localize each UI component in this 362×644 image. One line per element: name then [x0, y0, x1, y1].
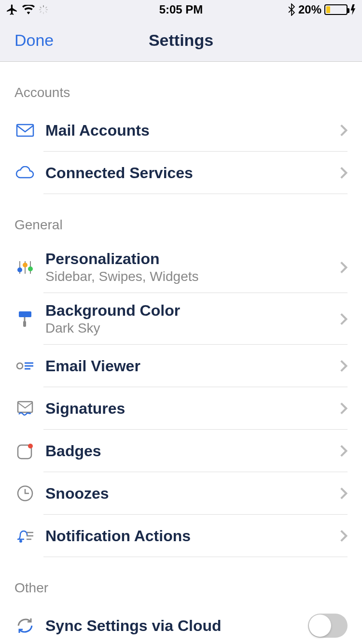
- row-personalization[interactable]: Personalization Sidebar, Swipes, Widgets: [0, 241, 362, 293]
- loading-icon: [39, 5, 48, 14]
- row-label: Sync Settings via Cloud: [45, 617, 308, 635]
- svg-rect-6: [40, 11, 42, 13]
- done-button[interactable]: Done: [0, 31, 54, 50]
- row-label: Email Viewer: [45, 357, 340, 375]
- sync-toggle[interactable]: [308, 614, 348, 638]
- row-label: Personalization: [45, 250, 340, 268]
- svg-rect-8: [17, 125, 33, 136]
- svg-point-25: [19, 540, 22, 543]
- section-header-general: General: [0, 194, 362, 241]
- svg-rect-3: [46, 9, 48, 10]
- page-title: Settings: [149, 31, 213, 50]
- chevron-right-icon: [340, 359, 348, 373]
- clock-icon: [14, 485, 36, 502]
- svg-rect-21: [18, 402, 32, 412]
- svg-rect-4: [40, 6, 42, 8]
- chevron-right-icon: [340, 312, 348, 326]
- nav-bar: Done Settings: [0, 19, 362, 62]
- row-label: Background Color: [45, 302, 340, 320]
- sync-icon: [14, 617, 36, 634]
- row-label: Snoozes: [45, 485, 340, 503]
- row-connected-services[interactable]: Connected Services: [0, 152, 362, 194]
- svg-rect-7: [45, 6, 47, 8]
- status-time: 5:05 PM: [159, 3, 203, 16]
- row-snoozes[interactable]: Snoozes: [0, 472, 362, 515]
- row-email-viewer[interactable]: Email Viewer: [0, 345, 362, 387]
- chevron-right-icon: [340, 487, 348, 500]
- sliders-icon: [14, 259, 36, 276]
- svg-point-12: [17, 267, 22, 272]
- chevron-right-icon: [340, 166, 348, 180]
- row-signatures[interactable]: Signatures: [0, 387, 362, 430]
- row-background-color[interactable]: Background Color Dark Sky: [0, 293, 362, 345]
- svg-point-17: [17, 363, 23, 369]
- row-label: Mail Accounts: [45, 122, 340, 140]
- svg-point-23: [28, 444, 33, 448]
- chevron-right-icon: [340, 444, 348, 458]
- svg-rect-0: [43, 5, 44, 7]
- row-sync-settings[interactable]: Sync Settings via Cloud: [0, 604, 362, 644]
- mail-icon: [14, 124, 36, 137]
- row-label: Notification Actions: [45, 527, 340, 545]
- svg-rect-16: [23, 321, 26, 327]
- bell-icon: [14, 528, 36, 544]
- battery-icon: [324, 4, 348, 15]
- row-label: Signatures: [45, 400, 340, 418]
- email-viewer-icon: [14, 360, 36, 372]
- row-notification-actions[interactable]: Notification Actions: [0, 515, 362, 557]
- svg-point-13: [23, 263, 28, 267]
- row-badges[interactable]: Badges: [0, 430, 362, 472]
- section-header-accounts: Accounts: [0, 62, 362, 109]
- chevron-right-icon: [340, 529, 348, 543]
- row-mail-accounts[interactable]: Mail Accounts: [0, 109, 362, 152]
- section-header-other: Other: [0, 557, 362, 604]
- status-bar: 5:05 PM 20%: [0, 0, 362, 19]
- svg-point-14: [28, 266, 33, 271]
- row-sublabel: Dark Sky: [45, 321, 340, 336]
- svg-rect-5: [45, 11, 47, 13]
- paint-roller-icon: [14, 310, 36, 328]
- chevron-right-icon: [340, 261, 348, 274]
- row-sublabel: Sidebar, Swipes, Widgets: [45, 269, 340, 284]
- signature-icon: [14, 401, 36, 416]
- row-label: Connected Services: [45, 164, 340, 182]
- row-label: Badges: [45, 442, 340, 460]
- chevron-right-icon: [340, 124, 348, 137]
- wifi-icon: [22, 5, 35, 14]
- svg-rect-15: [19, 311, 31, 317]
- svg-rect-2: [39, 9, 41, 10]
- badge-icon: [14, 442, 36, 460]
- airplane-icon: [6, 3, 18, 16]
- svg-rect-1: [43, 12, 44, 14]
- battery-percent: 20%: [298, 3, 321, 16]
- cloud-icon: [14, 166, 36, 180]
- chevron-right-icon: [340, 402, 348, 415]
- bluetooth-icon: [288, 3, 295, 16]
- charging-icon: [350, 4, 356, 15]
